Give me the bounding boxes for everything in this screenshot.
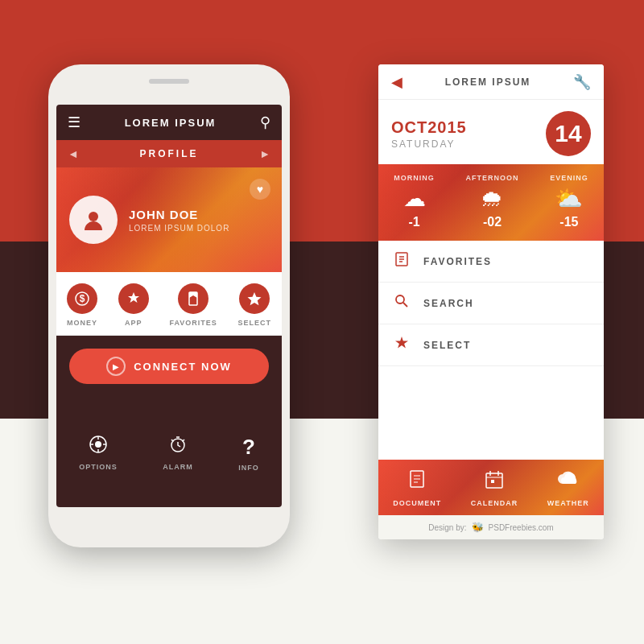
tab-calendar[interactable]: CALENDAR — [471, 469, 518, 507]
evening-label: EVENING — [550, 174, 588, 182]
share-icon[interactable]: ◀ — [391, 73, 402, 91]
weather-evening: EVENING ⛅ -15 — [550, 174, 588, 229]
morning-temp: -1 — [408, 215, 419, 229]
rp-weather-section: MORNING ☁ -1 AFTERNOON 🌧 -02 EVENING ⛅ -… — [378, 164, 604, 241]
play-icon: ▶ — [106, 357, 126, 376]
icon-favorites[interactable]: FAVORITES — [169, 283, 217, 327]
phone-speaker — [149, 79, 189, 84]
date-info: OCT2015 SATURDAY — [391, 118, 467, 150]
wrench-icon[interactable]: 🔧 — [573, 73, 591, 91]
connect-btn-label: CONNECT NOW — [134, 361, 232, 373]
select-icon — [239, 283, 270, 314]
connect-section: ▶ CONNECT NOW — [56, 336, 282, 397]
profile-left-arrow[interactable]: ◄ — [68, 147, 79, 160]
search-menu-label: SEARCH — [423, 298, 474, 309]
hero-subtitle: LOREM IPSUM DOLOR — [129, 224, 229, 233]
weather-tab-label: WEATHER — [547, 499, 589, 507]
alarm-icon — [168, 435, 188, 459]
rp-topbar: ◀ LOREM IPSUM 🔧 — [378, 64, 604, 100]
phone-mockup: ☰ LOREM IPSUM ⚲ ◄ PROFILE ► JOHN DOE LOR… — [48, 64, 290, 547]
select-label: SELECT — [238, 319, 272, 327]
svg-text:$: $ — [80, 293, 85, 304]
phone-topbar: ☰ LOREM IPSUM ⚲ — [56, 105, 282, 140]
favorites-icon — [178, 283, 208, 314]
menu-icon[interactable]: ☰ — [68, 114, 80, 131]
weather-tab-icon — [556, 469, 580, 495]
morning-label: MORNING — [394, 174, 435, 182]
profile-label: PROFILE — [139, 148, 198, 159]
app-icon — [118, 283, 149, 314]
day-number-circle: 14 — [546, 111, 591, 156]
document-tab-label: DOCUMENT — [393, 499, 441, 507]
options-icon — [89, 435, 108, 459]
rp-date-section: OCT2015 SATURDAY 14 — [378, 100, 604, 164]
rp-footer: Design by: 🐝 PSDFreebies.com — [378, 515, 604, 539]
icon-money[interactable]: $ MONEY — [67, 283, 97, 327]
right-panel: ◀ LOREM IPSUM 🔧 OCT2015 SATURDAY 14 MORN… — [378, 64, 604, 539]
search-menu-icon — [393, 293, 411, 313]
favorites-menu-icon — [393, 251, 411, 271]
evening-temp: -15 — [559, 215, 578, 229]
bottom-options[interactable]: OPTIONS — [79, 435, 118, 471]
phone-title: LOREM IPSUM — [125, 117, 217, 129]
month-year: OCT2015 — [391, 118, 467, 137]
phone-hero: JOHN DOE LOREM IPSUM DOLOR ♥ — [56, 167, 282, 272]
icon-app[interactable]: APP — [118, 283, 149, 327]
heart-icon[interactable]: ♥ — [250, 179, 270, 200]
footer-design-text: Design by: — [428, 523, 466, 532]
user-avatar — [69, 196, 118, 244]
afternoon-label: AFTERNOON — [465, 174, 518, 182]
select-menu-label: SELECT — [423, 340, 471, 351]
document-tab-icon — [407, 469, 427, 495]
phone-bottom-nav: OPTIONS ALARM ? INFO — [56, 397, 282, 507]
svg-line-16 — [403, 303, 407, 307]
options-label: OPTIONS — [79, 463, 118, 471]
rp-title: LOREM IPSUM — [445, 76, 531, 88]
footer-bee-icon: 🐝 — [472, 522, 484, 533]
evening-icon: ⛅ — [555, 185, 583, 212]
bottom-alarm[interactable]: ALARM — [163, 435, 193, 471]
info-icon: ? — [242, 435, 255, 460]
svg-rect-25 — [491, 480, 494, 483]
hero-info: JOHN DOE LOREM IPSUM DOLOR — [129, 208, 229, 233]
connect-now-button[interactable]: ▶ CONNECT NOW — [69, 349, 269, 384]
rp-bottom-tabs: DOCUMENT CALENDAR WEATHER — [378, 460, 604, 515]
menu-select[interactable]: SELECT — [378, 324, 604, 366]
menu-search[interactable]: SEARCH — [378, 283, 604, 324]
weather-morning: MORNING ☁ -1 — [394, 174, 435, 229]
rp-menu: FAVORITES SEARCH SELECT — [378, 241, 604, 366]
svg-point-15 — [396, 295, 404, 303]
morning-icon: ☁ — [403, 185, 426, 212]
info-label: INFO — [238, 464, 259, 472]
phone-icon-grid: $ MONEY APP — [56, 272, 282, 336]
weather-afternoon: AFTERNOON 🌧 -02 — [465, 174, 518, 229]
bottom-info[interactable]: ? INFO — [238, 435, 259, 472]
day-name: SATURDAY — [391, 138, 467, 150]
hero-name: JOHN DOE — [129, 208, 229, 221]
calendar-tab-label: CALENDAR — [471, 499, 518, 507]
afternoon-temp: -02 — [483, 215, 502, 229]
phone-profile-bar: ◄ PROFILE ► — [56, 140, 282, 167]
alarm-label: ALARM — [163, 463, 193, 471]
icon-select[interactable]: SELECT — [238, 283, 272, 327]
phone-screen: ☰ LOREM IPSUM ⚲ ◄ PROFILE ► JOHN DOE LOR… — [56, 105, 282, 507]
money-label: MONEY — [67, 319, 97, 327]
tab-document[interactable]: DOCUMENT — [393, 469, 441, 507]
tab-weather[interactable]: WEATHER — [547, 469, 589, 507]
footer-brand: PSDFreebies.com — [489, 523, 554, 532]
svg-point-5 — [95, 441, 101, 448]
phone-search-icon[interactable]: ⚲ — [260, 114, 270, 131]
favorites-menu-label: FAVORITES — [423, 256, 492, 267]
svg-point-0 — [89, 212, 98, 221]
calendar-tab-icon — [484, 469, 505, 495]
profile-right-arrow[interactable]: ► — [259, 147, 270, 160]
select-menu-icon — [393, 335, 411, 355]
favorites-label: FAVORITES — [169, 319, 217, 327]
afternoon-icon: 🌧 — [481, 185, 503, 212]
menu-favorites[interactable]: FAVORITES — [378, 241, 604, 283]
app-label: APP — [125, 319, 142, 327]
money-icon: $ — [67, 283, 97, 314]
